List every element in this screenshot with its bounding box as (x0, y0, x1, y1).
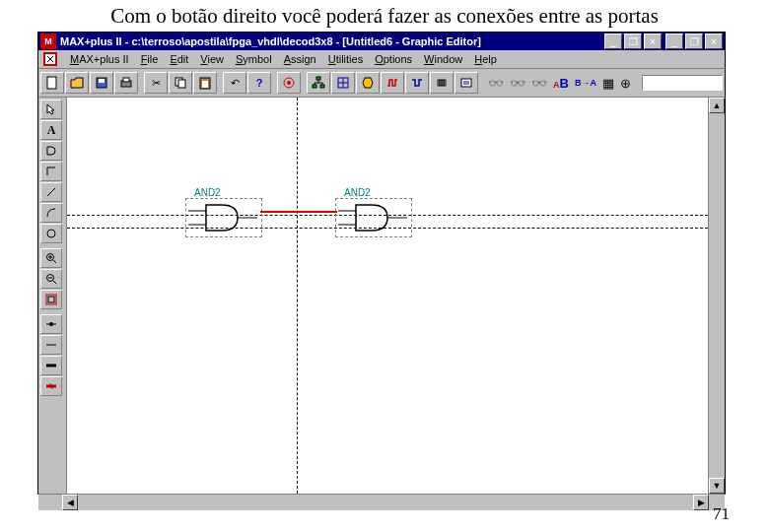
page-number: 71 (713, 504, 730, 524)
svg-rect-8 (178, 80, 185, 88)
progress-slot (642, 75, 723, 91)
search-button[interactable] (454, 72, 478, 94)
simulator-button[interactable] (381, 72, 404, 94)
svg-line-32 (53, 281, 56, 284)
connector-dot-tool[interactable] (40, 314, 62, 334)
zoom-in-tool[interactable] (40, 248, 62, 268)
svg-point-12 (287, 81, 291, 85)
svg-rect-19 (438, 80, 446, 86)
workspace: A AND2 (38, 98, 725, 494)
svg-line-28 (53, 260, 56, 263)
arc-tool[interactable] (40, 203, 62, 223)
menu-window[interactable]: Window (424, 53, 462, 65)
svg-line-25 (47, 188, 55, 196)
svg-rect-13 (316, 77, 320, 80)
canvas-area[interactable]: AND2 AND2 (67, 98, 708, 494)
timing-button[interactable] (405, 72, 429, 94)
menu-view[interactable]: View (200, 53, 224, 65)
thin-line-tool[interactable] (40, 335, 62, 355)
svg-rect-22 (461, 79, 471, 87)
svg-rect-14 (313, 85, 316, 88)
help-button[interactable]: ? (247, 72, 271, 94)
glasses-a-icon[interactable]: 👓 (488, 76, 504, 91)
doc-window-controls: _ ❐ × (604, 33, 662, 49)
application-window: M MAX+plus II - c:\terroso\apostila\fpga… (37, 32, 726, 495)
paste-button[interactable] (193, 72, 217, 94)
maximize-button[interactable]: ❐ (685, 33, 703, 49)
menubar: MAX+plus II File Edit View Symbol Assign… (38, 50, 725, 69)
hierarchy-button[interactable] (307, 72, 330, 94)
aux-tool-group: 👓 👓 👓 AB B→A ▦ ⊕ (484, 76, 635, 91)
orthogonal-line-tool[interactable] (40, 162, 62, 181)
new-file-button[interactable] (40, 72, 64, 94)
bus-line-tool[interactable] (40, 376, 62, 396)
menu-help[interactable]: Help (474, 53, 497, 65)
and-gate-2-icon (336, 199, 411, 236)
compiler-button[interactable] (356, 72, 380, 94)
svg-point-37 (49, 322, 53, 326)
svg-rect-10 (202, 81, 208, 88)
doc-minimize-button[interactable]: _ (604, 33, 622, 49)
connection-wire[interactable] (260, 211, 337, 213)
scroll-down-button[interactable]: ▼ (709, 478, 725, 494)
print-button[interactable] (114, 72, 138, 94)
menu-maxplus[interactable]: MAX+plus II (70, 53, 129, 65)
glasses-b-icon[interactable]: 👓 (510, 76, 525, 91)
vertical-guide (297, 98, 298, 494)
gate-1-selection[interactable]: AND2 (185, 198, 262, 237)
compile-button[interactable] (277, 72, 301, 94)
svg-rect-2 (47, 77, 56, 89)
floorplan-button[interactable] (331, 72, 355, 94)
gate-1-label: AND2 (194, 187, 221, 198)
circle-tool[interactable] (40, 224, 62, 243)
vertical-scrollbar[interactable]: ▲ ▼ (708, 98, 725, 494)
selection-tool[interactable] (40, 100, 62, 119)
scroll-left-button[interactable]: ◀ (62, 495, 78, 510)
instruction-caption: Com o botão direito você poderá fazer as… (0, 0, 769, 31)
drawing-toolbox: A (38, 98, 67, 494)
programmer-button[interactable] (430, 72, 454, 94)
menu-symbol[interactable]: Symbol (236, 53, 272, 65)
app-menu-icon[interactable] (42, 51, 58, 67)
svg-rect-15 (320, 85, 324, 88)
ab-icon[interactable]: AB (553, 76, 569, 91)
app-logo-icon: M (40, 33, 56, 49)
doc-close-button[interactable]: × (644, 33, 662, 49)
svg-point-26 (47, 230, 55, 237)
menu-utilities[interactable]: Utilities (328, 53, 363, 65)
and-gate-1-icon (186, 199, 261, 236)
close-button[interactable]: × (705, 33, 723, 49)
pin-icon[interactable]: ⊕ (620, 76, 631, 91)
diagonal-line-tool[interactable] (40, 182, 62, 202)
fit-window-tool[interactable] (40, 290, 62, 309)
svg-rect-35 (48, 297, 54, 302)
app-window-controls: _ ❐ × (665, 33, 723, 49)
glasses-c-icon[interactable]: 👓 (531, 76, 547, 91)
ba-icon[interactable]: B→A (575, 78, 596, 88)
menu-options[interactable]: Options (375, 53, 412, 65)
cut-button[interactable]: ✂ (144, 72, 168, 94)
main-toolbar: ✂ ↶ ? 👓 👓 👓 AB B→A ▦ ⊕ (38, 69, 725, 98)
menu-file[interactable]: File (141, 53, 159, 65)
menu-edit[interactable]: Edit (170, 53, 188, 65)
window-title: MAX+plus II - c:\terroso\apostila\fpga_v… (60, 35, 600, 47)
menu-assign[interactable]: Assign (284, 53, 316, 65)
undo-button[interactable]: ↶ (223, 72, 246, 94)
horizontal-scrollbar[interactable]: ◀ ▶ (38, 494, 725, 510)
chip-icon[interactable]: ▦ (602, 76, 614, 91)
open-file-button[interactable] (65, 72, 89, 94)
gate-2-label: AND2 (344, 187, 371, 198)
copy-button[interactable] (169, 72, 192, 94)
text-tool[interactable]: A (40, 120, 62, 140)
symbol-tool[interactable] (40, 141, 62, 161)
zoom-out-tool[interactable] (40, 269, 62, 289)
scroll-up-button[interactable]: ▲ (709, 98, 725, 113)
save-button[interactable] (90, 72, 113, 94)
svg-rect-6 (123, 78, 129, 82)
doc-maximize-button[interactable]: ❐ (624, 33, 642, 49)
svg-rect-4 (99, 79, 105, 83)
minimize-button[interactable]: _ (665, 33, 683, 49)
thick-line-tool[interactable] (40, 356, 62, 375)
gate-2-selection[interactable]: AND2 (335, 198, 412, 237)
scroll-right-button[interactable]: ▶ (693, 495, 709, 510)
